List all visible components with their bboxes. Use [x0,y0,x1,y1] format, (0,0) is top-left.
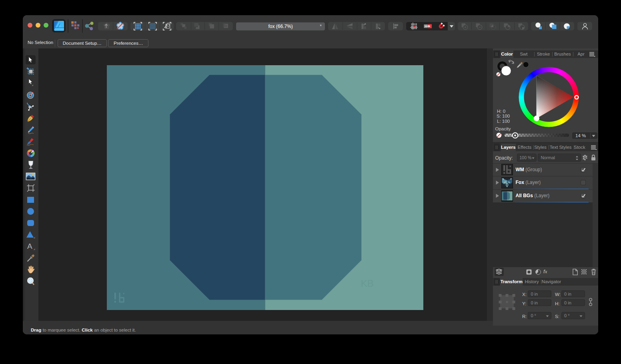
svg-text:KB: KB [361,278,374,289]
svg-text:A: A [27,242,32,250]
